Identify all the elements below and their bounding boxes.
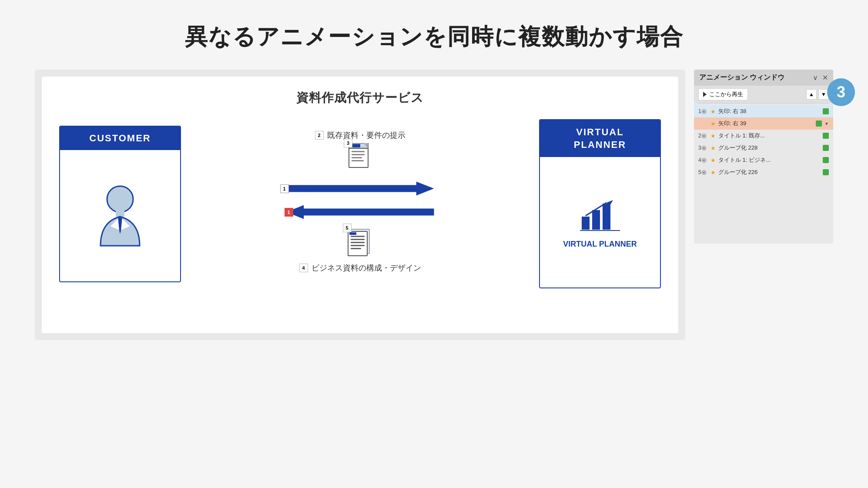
anim-green-dot: [823, 145, 829, 151]
anim-item-num: 4㊙: [698, 157, 708, 164]
svg-rect-16: [349, 232, 356, 235]
doc-step3-wrapper: 3: [348, 143, 372, 173]
svg-rect-11: [351, 236, 365, 237]
step4-area: 5: [299, 228, 421, 273]
svg-rect-17: [582, 217, 590, 230]
chart-icon: [578, 195, 622, 234]
anim-panel-header: アニメーション ウィンドウ ∨ ✕: [694, 70, 833, 86]
svg-rect-18: [592, 210, 600, 230]
svg-rect-6: [352, 157, 362, 158]
svg-rect-15: [351, 248, 361, 249]
anim-header-icons: ∨ ✕: [813, 74, 828, 82]
svg-rect-12: [351, 239, 365, 240]
slide-title: 資料作成代行サービス: [59, 90, 661, 106]
person-svg: [94, 183, 146, 248]
arrow-left-num: 1: [285, 208, 293, 217]
dropdown-arrow-icon[interactable]: ▼: [824, 121, 829, 126]
anim-green-dot: [823, 157, 829, 163]
document-icon-bottom: [347, 228, 373, 257]
play-btn-label: ここから再生: [709, 90, 743, 98]
svg-rect-7: [352, 160, 364, 161]
step2-num-badge: 2: [315, 131, 324, 140]
step-badge-3: 3: [827, 78, 855, 106]
planner-body: VIRTUAL PLANNER: [540, 157, 660, 287]
anim-green-dot: [823, 108, 829, 114]
diagram-area: CUSTOMER: [59, 119, 661, 288]
step2-label: 既存資料・要件の提示: [327, 130, 406, 140]
svg-rect-4: [352, 151, 365, 152]
anim-item-star: ★: [710, 157, 716, 164]
anim-item[interactable]: 4㊙ ★ タイトル 1: ビジネ...: [694, 154, 833, 166]
doc-step5-wrapper: 5: [347, 228, 373, 259]
svg-rect-10: [348, 231, 367, 256]
svg-rect-1: [116, 211, 124, 217]
anim-item[interactable]: 3㊙ ★ グループ化 228: [694, 142, 833, 154]
animation-panel: アニメーション ウィンドウ ∨ ✕ ここから再生 ▲ ▼: [694, 70, 833, 244]
page-wrapper: 異なるアニメーションを同時に複数動かす場合 資料作成代行サービス CUSTOME…: [0, 0, 868, 488]
anim-item[interactable]: 5㊙ ★ グループ化 226: [694, 166, 833, 178]
svg-rect-13: [351, 242, 365, 243]
play-button[interactable]: ここから再生: [698, 88, 748, 100]
svg-point-0: [107, 186, 133, 212]
anim-green-dot: [823, 133, 829, 139]
customer-header: CUSTOMER: [60, 127, 180, 150]
step4-label: ビジネス資料の構成・デザイン: [312, 263, 421, 273]
anim-item-star: ★: [710, 169, 716, 176]
page-title: 異なるアニメーションを同時に複数動かす場合: [35, 22, 833, 52]
anim-panel-title: アニメーション ウィンドウ: [699, 73, 784, 82]
person-icon: [94, 183, 146, 248]
anim-item-label: タイトル 1: 既存...: [718, 132, 820, 140]
anim-item[interactable]: 1㊙ ★ 矢印: 右 38: [694, 105, 833, 117]
anim-item-num: 2㊙: [698, 132, 708, 140]
close-icon[interactable]: ✕: [822, 74, 828, 82]
anim-green-dot: [816, 120, 822, 127]
move-up-button[interactable]: ▲: [806, 89, 817, 100]
step5-num-badge: 5: [343, 224, 352, 232]
svg-rect-8: [352, 144, 360, 147]
anim-item-star: ★: [710, 120, 716, 127]
planner-box: VIRTUAL PLANNER: [539, 119, 661, 288]
planner-sub-label: VIRTUAL PLANNER: [563, 239, 637, 249]
content-area: 資料作成代行サービス CUSTOMER: [35, 70, 833, 340]
arrow-right-row: 1: [286, 182, 434, 196]
anim-item-label: 矢印: 右 39: [718, 120, 813, 127]
anim-move-buttons: ▲ ▼: [806, 89, 829, 100]
svg-rect-5: [352, 154, 365, 155]
anim-item-label: タイトル 1: ビジネ...: [718, 156, 820, 164]
slide-panel: 資料作成代行サービス CUSTOMER: [35, 70, 685, 340]
step4-num-badge: 4: [299, 264, 308, 272]
customer-box: CUSTOMER: [59, 126, 181, 282]
arrow-right-num: 1: [280, 184, 289, 193]
arrow-left: [286, 205, 434, 219]
arrow-left-row: 1: [286, 205, 434, 219]
anim-item-star: ★: [710, 108, 716, 115]
svg-rect-19: [603, 204, 610, 230]
anim-item-num: 5㊙: [698, 169, 708, 176]
svg-rect-14: [351, 245, 365, 246]
planner-header: VIRTUAL PLANNER: [540, 120, 660, 157]
step2-area: 2 既存資料・要件の提示 3: [315, 130, 406, 173]
slide-inner: 資料作成代行サービス CUSTOMER: [42, 77, 678, 333]
play-icon: [703, 92, 707, 97]
anim-item-num: 3㊙: [698, 144, 708, 152]
anim-item-star: ★: [710, 133, 716, 139]
arrow-right: [286, 182, 434, 196]
middle-area: 2 既存資料・要件の提示 3: [181, 126, 539, 282]
anim-play-row: ここから再生 ▲ ▼: [694, 86, 833, 103]
anim-green-dot: [823, 169, 829, 175]
minimize-icon[interactable]: ∨: [813, 74, 818, 82]
anim-item-label: グループ化 228: [718, 144, 820, 152]
anim-item-label: 矢印: 右 38: [718, 107, 820, 115]
anim-item[interactable]: ★ 矢印: 右 39 ▼: [694, 117, 833, 130]
anim-item-star: ★: [710, 145, 716, 151]
anim-item-label: グループ化 226: [718, 168, 820, 176]
step3-num-badge: 3: [344, 139, 352, 147]
anim-item-num: 1㊙: [698, 108, 708, 115]
anim-list: 1㊙ ★ 矢印: 右 38 ★ 矢印: 右 39 ▼ 2㊙ ★ タ: [694, 104, 833, 180]
customer-body: [60, 150, 180, 281]
anim-item[interactable]: 2㊙ ★ タイトル 1: 既存...: [694, 130, 833, 142]
